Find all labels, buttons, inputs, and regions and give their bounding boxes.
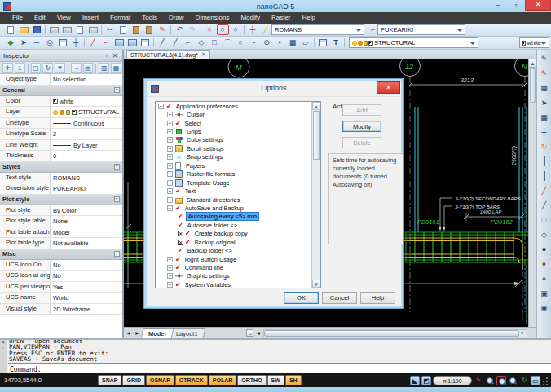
paste-special-icon[interactable]: [143, 24, 156, 35]
menu-tools[interactable]: Tools: [136, 12, 163, 24]
region-icon[interactable]: ▱: [300, 37, 312, 48]
tree-item-system-variables[interactable]: +✔System Variables: [156, 280, 310, 288]
redline-icon[interactable]: ╱: [538, 185, 550, 196]
tree-item-cursor[interactable]: +Cursor: [156, 110, 310, 118]
erase-icon[interactable]: ─: [31, 37, 43, 48]
tree-item-right-button-usage[interactable]: +✔Right Button Usage: [156, 255, 310, 263]
layer-combo[interactable]: STRUCTURAL: [349, 37, 478, 48]
line-edit-icon[interactable]: ╱: [538, 200, 550, 211]
export-icon[interactable]: →: [71, 63, 82, 73]
insert-block-icon[interactable]: [126, 37, 139, 48]
mtext-icon[interactable]: T: [330, 37, 342, 48]
tab-close-icon[interactable]: ✕: [201, 51, 206, 58]
plot-icon[interactable]: [48, 24, 60, 35]
collapse-icon[interactable]: −: [114, 164, 120, 170]
redo-icon[interactable]: ↷: [187, 24, 199, 35]
tab-nav-left-icon[interactable]: ◄: [124, 330, 133, 336]
tree-item-application-preferences[interactable]: −✔Application preferences: [156, 102, 310, 110]
zoom-window-icon[interactable]: ○: [217, 24, 229, 35]
undo-icon[interactable]: ↶: [174, 24, 186, 35]
select-icon[interactable]: ➤: [18, 37, 30, 48]
image-frame-icon[interactable]: [538, 170, 550, 182]
eye-icon[interactable]: ◉: [538, 302, 550, 314]
prop-dim-style[interactable]: Dimension stylePUKEARIKI: [0, 183, 122, 195]
prop-plot-style[interactable]: Plot styleBy Color: [0, 205, 122, 217]
publish-icon[interactable]: [87, 24, 99, 35]
pan-icon[interactable]: ┼: [247, 24, 259, 35]
tree-item-graphic-settings[interactable]: +Graphic settings: [156, 272, 310, 280]
select-count-icon[interactable]: 1: [15, 63, 25, 73]
minimize-button[interactable]: –: [489, 0, 507, 11]
tree-scroll-thumb[interactable]: [313, 111, 320, 160]
menu-draw[interactable]: Draw: [163, 12, 190, 24]
toggle-ortho[interactable]: ORTHO: [237, 375, 266, 385]
prop-object-type[interactable]: Object typeNo selection: [0, 74, 122, 86]
copy-properties-icon[interactable]: ◆: [5, 37, 17, 48]
toggle-grid[interactable]: GRID: [122, 375, 145, 385]
fullscreen-icon[interactable]: ▭: [531, 376, 540, 385]
tree-item-color-settings[interactable]: +Color settings: [156, 136, 310, 144]
add-button[interactable]: Add: [342, 104, 381, 116]
delete-button[interactable]: Delete: [342, 137, 381, 148]
dim-style-combo[interactable]: PUKEARIKI: [377, 24, 465, 35]
menu-insert[interactable]: Insert: [77, 12, 104, 24]
horizontal-scrollbar[interactable]: ►: [263, 329, 527, 337]
menu-help[interactable]: Help: [297, 12, 321, 24]
zoom-out-status-icon[interactable]: [508, 376, 518, 385]
zoom-window-status-icon[interactable]: [496, 376, 506, 385]
copy-icon[interactable]: [117, 24, 130, 35]
edit-hatch-icon[interactable]: ▦: [538, 82, 550, 94]
hscroll-splitter[interactable]: ▭: [246, 329, 253, 337]
prop-ucs-name[interactable]: UCS nameWorld: [0, 293, 122, 304]
close-button[interactable]: ✕: [525, 0, 551, 11]
tree-item-standard-directories[interactable]: +Standard directories: [156, 196, 310, 204]
menu-dimensions[interactable]: Dimensions: [190, 12, 236, 24]
help-button[interactable]: Help: [360, 292, 395, 304]
tree-item-select[interactable]: +✔Select: [156, 119, 310, 127]
command-pin-icon[interactable]: ◦: [0, 346, 7, 351]
prop-linetype-scale[interactable]: Linetype Scale2: [0, 129, 122, 140]
save-icon[interactable]: [31, 24, 43, 35]
resize-grip[interactable]: [542, 377, 549, 385]
tab-nav-right-icon[interactable]: ►: [133, 330, 142, 336]
section-plot-style[interactable]: Plot style−: [0, 195, 122, 205]
checkbox-checked-icon[interactable]: ✕: [178, 240, 183, 245]
tree-item-autosaving-every[interactable]: ✔Autosaving every <5> min: [156, 213, 310, 221]
arrow-tool-icon[interactable]: ➤: [538, 97, 550, 108]
tab-layout1[interactable]: Layout1: [168, 328, 205, 338]
page-setup-icon[interactable]: [74, 24, 86, 35]
collapse-icon[interactable]: −: [114, 196, 120, 202]
prop-ucs-icon-on[interactable]: UCS icon OnNo: [0, 260, 122, 271]
section-styles[interactable]: Styles−: [0, 162, 122, 173]
collapse-icon[interactable]: −: [114, 87, 120, 93]
spline-icon[interactable]: ~: [248, 37, 260, 48]
rotate-tool-icon[interactable]: ↻: [538, 141, 550, 152]
block-icon[interactable]: [113, 37, 126, 48]
settings-a-icon[interactable]: ▥: [99, 63, 109, 73]
checkbox-checked-icon[interactable]: ✕: [178, 231, 183, 236]
view-cube-icon[interactable]: ◩: [421, 376, 431, 385]
prop-ucs-per-viewport[interactable]: UCS per viewportYes: [0, 282, 122, 293]
rect-edit-icon[interactable]: □: [538, 214, 550, 226]
arc-icon[interactable]: ⌒: [222, 37, 234, 48]
tree-item-autosave-folder[interactable]: ✔Autosave folder <>: [156, 221, 310, 229]
point-icon[interactable]: •: [274, 37, 286, 48]
vertical-scrollbar[interactable]: ▲: [528, 59, 536, 327]
pick-add-icon[interactable]: ✛: [2, 63, 13, 73]
prop-ucs-icon-origin[interactable]: UCS icon at originNo: [0, 271, 122, 282]
section-misc[interactable]: Misc−: [0, 249, 122, 260]
zoom-in-icon[interactable]: ○: [204, 24, 216, 35]
tree-item-raster-file-formats[interactable]: +Raster file formats: [156, 170, 310, 178]
trim-icon[interactable]: ╱: [87, 37, 99, 48]
ok-button[interactable]: OK: [284, 292, 319, 304]
hscroll-left-icon[interactable]: ◄: [253, 330, 262, 336]
open-icon[interactable]: [18, 24, 30, 35]
menu-view[interactable]: View: [51, 12, 77, 24]
poly-edit-icon[interactable]: ◇: [538, 229, 550, 240]
offset-icon[interactable]: ◎: [44, 37, 56, 48]
move-icon[interactable]: ┼: [70, 37, 82, 48]
menu-edit[interactable]: Edit: [29, 12, 51, 24]
tree-item-backup-folder[interactable]: ✔Backup folder <>: [156, 246, 310, 254]
section-general[interactable]: General−: [0, 86, 122, 96]
tree-item-scroll-settings[interactable]: +Scroll settings: [156, 144, 310, 152]
